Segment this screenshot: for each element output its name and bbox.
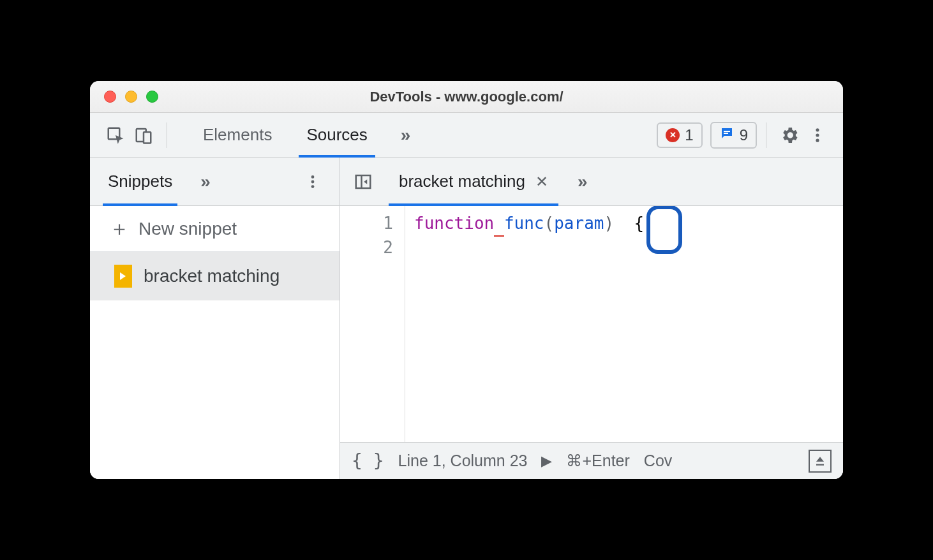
code-editor[interactable]: 1 2 function func(param) { <box>340 206 843 442</box>
messages-badge[interactable]: 9 <box>710 122 757 149</box>
message-icon <box>719 126 735 145</box>
code-line: function func(param) { <box>414 211 843 237</box>
format-icon[interactable]: { } <box>352 450 384 471</box>
editor-more-tabs-icon[interactable]: » <box>571 172 594 192</box>
editor-pane: bracket matching ✕ » 1 2 function func(p… <box>340 158 843 479</box>
divider <box>167 122 167 148</box>
error-icon <box>666 128 680 142</box>
close-tab-icon[interactable]: ✕ <box>535 173 548 191</box>
snippet-item-label: bracket matching <box>144 266 280 286</box>
run-shortcut-hint: ⌘+Enter <box>566 452 629 470</box>
svg-point-7 <box>816 138 819 142</box>
window-title: DevTools - www.google.com/ <box>90 89 843 105</box>
new-snippet-button[interactable]: ＋ New snippet <box>90 206 340 252</box>
svg-rect-11 <box>356 175 371 188</box>
line-number: 2 <box>340 235 393 260</box>
coverage-label[interactable]: Cov <box>644 452 672 470</box>
drawer-toggle-icon[interactable] <box>809 450 832 473</box>
tab-sources[interactable]: Sources <box>299 113 375 157</box>
traffic-lights <box>90 91 158 103</box>
plus-icon: ＋ <box>109 215 130 243</box>
minimize-window-button[interactable] <box>125 91 137 103</box>
sidebar-tab-snippets[interactable]: Snippets <box>103 158 177 205</box>
panel-tabs: Elements Sources » <box>195 113 417 157</box>
message-count: 9 <box>740 126 748 144</box>
error-count: 1 <box>685 126 693 144</box>
divider <box>766 122 766 148</box>
devtools-window: DevTools - www.google.com/ Elements Sour… <box>90 81 843 479</box>
svg-rect-2 <box>144 132 151 144</box>
device-toggle-icon[interactable] <box>130 121 158 149</box>
sidebar-more-tabs-icon[interactable]: » <box>194 172 217 192</box>
navigator-toggle-icon[interactable] <box>350 169 376 195</box>
tab-elements[interactable]: Elements <box>195 113 280 157</box>
svg-rect-3 <box>724 131 730 132</box>
sidebar-options-icon[interactable] <box>299 168 327 196</box>
more-options-icon[interactable] <box>803 121 832 149</box>
run-icon[interactable]: ▶ <box>541 453 552 469</box>
errors-badge[interactable]: 1 <box>657 122 702 148</box>
new-snippet-label: New snippet <box>138 219 237 239</box>
editor-tab-label: bracket matching <box>399 172 525 191</box>
cursor-position: Line 1, Column 23 <box>398 452 528 470</box>
svg-point-5 <box>816 128 819 131</box>
maximize-window-button[interactable] <box>146 91 158 103</box>
function-name: func <box>504 214 544 233</box>
paren-close: ) <box>604 214 614 233</box>
param-name: param <box>554 214 604 233</box>
snippet-file-icon <box>114 265 132 288</box>
inspect-element-icon[interactable] <box>101 121 130 149</box>
svg-point-10 <box>311 185 315 188</box>
keyword: function <box>414 214 494 233</box>
line-gutter: 1 2 <box>340 206 405 442</box>
lint-underline <box>494 211 504 237</box>
titlebar: DevTools - www.google.com/ <box>90 81 843 113</box>
sidebar: Snippets » ＋ New snippet bracket matchin… <box>90 158 340 479</box>
paren-open: ( <box>544 214 555 233</box>
svg-point-8 <box>311 175 315 179</box>
badge-group: 1 9 <box>657 122 757 149</box>
statusbar: { } Line 1, Column 23 ▶ ⌘+Enter Cov <box>340 442 843 479</box>
svg-point-6 <box>816 133 819 136</box>
snippet-list: bracket matching <box>90 252 340 479</box>
content-area: Snippets » ＋ New snippet bracket matchin… <box>90 158 843 479</box>
svg-rect-4 <box>724 133 728 134</box>
snippet-item[interactable]: bracket matching <box>90 252 340 300</box>
editor-tab-row: bracket matching ✕ » <box>340 158 843 206</box>
sidebar-tab-row: Snippets » <box>90 158 340 206</box>
svg-point-9 <box>311 180 315 183</box>
line-number: 1 <box>340 211 393 235</box>
close-window-button[interactable] <box>104 91 116 103</box>
brace-open: { <box>634 214 644 233</box>
code-area[interactable]: function func(param) { <box>405 206 843 442</box>
main-toolbar: Elements Sources » 1 9 <box>90 113 843 158</box>
more-tabs-icon[interactable]: » <box>394 125 417 145</box>
settings-icon[interactable] <box>775 121 803 149</box>
editor-tab[interactable]: bracket matching ✕ <box>389 158 558 205</box>
